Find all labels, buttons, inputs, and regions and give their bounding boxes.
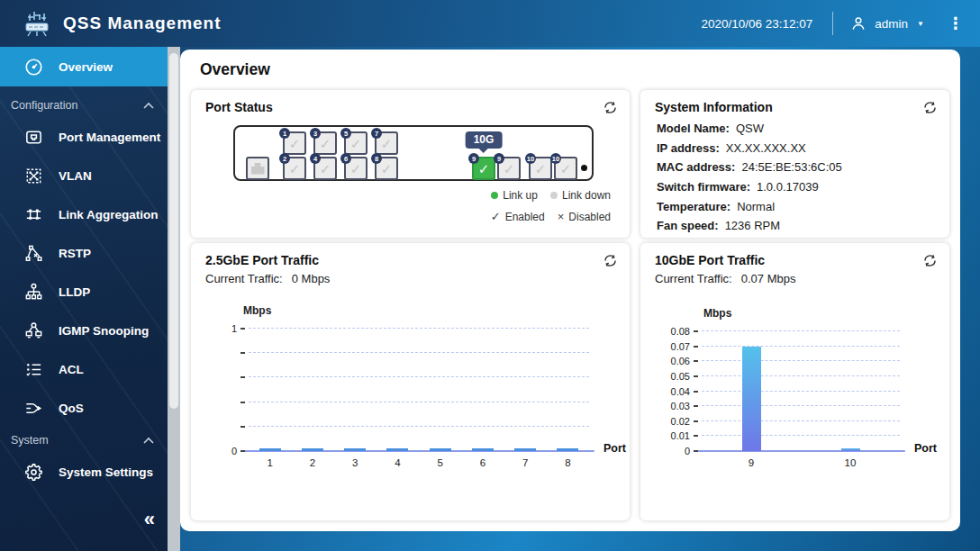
page-title: Overview (180, 50, 960, 90)
refresh-icon[interactable] (922, 100, 938, 115)
system-info-row: Temperature:Normal (657, 196, 842, 216)
user-menu-button[interactable]: admin ▼ (849, 14, 924, 32)
port-1[interactable]: 1✓ (283, 131, 306, 155)
sidebar-item-lldp[interactable]: LLDP (0, 273, 168, 312)
port-2[interactable]: 2✓ (283, 157, 306, 180)
chevron-up-icon (142, 436, 155, 445)
sidebar-item-system-settings[interactable]: System Settings (0, 453, 168, 492)
switch-faceplate: 10G 1✓3✓5✓7✓2✓4✓6✓8✓9✓9✓10✓10✓ (233, 125, 594, 181)
y-tick-mark (240, 376, 245, 378)
x-tick-label: 3 (352, 457, 358, 468)
info-value: 24:5E:BE:53:6C:05 (741, 160, 841, 174)
card-title: 10GbE Port Traffic (655, 253, 765, 267)
port-number-badge: 10 (525, 153, 536, 164)
port-number-badge: 5 (340, 128, 351, 139)
port-number-badge: 9 (494, 153, 504, 164)
port-10[interactable]: 10✓ (554, 157, 577, 180)
sidebar-item-label: VLAN (59, 169, 92, 183)
grid-line (702, 360, 900, 361)
igmp-snooping-icon (23, 321, 44, 341)
current-traffic-value: 0.07 Mbps (741, 272, 796, 285)
traffic-bar-port-7 (514, 448, 536, 451)
port-number-badge: 1 (279, 128, 290, 139)
grid-line (702, 330, 900, 331)
port-4[interactable]: 4✓ (313, 157, 337, 180)
acl-list-icon (23, 359, 44, 380)
collapse-sidebar-icon[interactable]: « (144, 508, 155, 531)
system-info-row: Switch firmware:1.0.0.17039 (657, 177, 842, 197)
sidebar-item-link-aggregation[interactable]: Link Aggregation (0, 195, 168, 234)
x-tick-label: 1 (267, 457, 272, 468)
x-tick-label: 5 (437, 457, 442, 468)
y-tick-mark (694, 360, 698, 362)
grid-line (249, 376, 589, 377)
traffic-card-10gbe: 10GbE Port Traffic Current Traffic:0.07 … (640, 243, 949, 520)
y-tick-mark (694, 346, 698, 348)
ethernet-port-icon (23, 127, 44, 148)
sidebar-item-vlan[interactable]: VLAN (0, 157, 168, 195)
port-number-badge: 10 (550, 153, 561, 164)
y-axis-label: Mbps (243, 304, 271, 317)
port-number-badge: 7 (371, 128, 382, 139)
sidebar-item-rstp[interactable]: RSTP (0, 234, 168, 273)
y-tick-label: 0.06 (656, 356, 690, 366)
y-tick-mark (694, 391, 698, 393)
user-icon (849, 14, 867, 32)
sidebar-item-port-management[interactable]: Port Management (0, 118, 168, 157)
refresh-icon[interactable] (603, 100, 618, 115)
sidebar-item-acl[interactable]: ACL (0, 350, 168, 389)
info-label: Fan speed: (657, 219, 719, 232)
refresh-icon[interactable] (922, 253, 938, 268)
port-speed-tooltip: 10G (466, 131, 503, 149)
info-label: Model Name: (657, 122, 730, 135)
x-tick-label: 7 (522, 457, 528, 468)
sidebar-item-label: ACL (59, 363, 84, 376)
info-label: Switch firmware: (657, 180, 750, 194)
y-tick-mark (240, 402, 245, 403)
port-5[interactable]: 5✓ (344, 131, 368, 155)
legend-enabled: ✓Enabled (491, 210, 545, 223)
port-7[interactable]: 7✓ (375, 131, 398, 155)
y-tick-label: 0.08 (656, 326, 690, 337)
port-3[interactable]: 3✓ (313, 131, 337, 155)
port-6[interactable]: 6✓ (344, 157, 368, 180)
link-up-dot (491, 192, 498, 199)
sidebar-item-qos[interactable]: QoS (0, 389, 168, 428)
port-8[interactable]: 8✓ (375, 157, 398, 180)
port-mgmt[interactable] (246, 157, 269, 180)
y-tick-mark (240, 450, 245, 452)
scrollbar-thumb[interactable] (169, 53, 178, 409)
vlan-icon (23, 166, 44, 186)
info-label: Temperature: (657, 200, 730, 213)
y-tick-label: 0.01 (656, 430, 690, 441)
main-content: Overview Port Status 10G 1✓3✓5✓7✓2✓4✓6✓8… (180, 50, 960, 531)
sidebar-section-system[interactable]: System (0, 428, 168, 453)
port-9[interactable]: 9✓ (472, 157, 495, 180)
port-status-card: Port Status 10G 1✓3✓5✓7✓2✓4✓6✓8✓9✓9✓10✓1… (191, 90, 630, 238)
port-enabled-check-icon: ✓ (289, 137, 301, 150)
x-axis-label: Port (914, 442, 937, 455)
traffic-bar-port-8 (557, 448, 578, 451)
port-10[interactable]: 10✓ (529, 157, 552, 180)
reset-pinhole (581, 165, 587, 171)
sidebar-item-igmp-snooping[interactable]: IGMP Snooping (0, 312, 168, 350)
y-tick-label: 0 (203, 446, 237, 456)
info-value: 1.0.0.17039 (757, 180, 819, 194)
legend-link-up: Link up (491, 189, 538, 202)
user-name: admin (875, 17, 908, 31)
grid-line (702, 435, 900, 436)
sidebar-section-configuration[interactable]: Configuration (0, 93, 168, 118)
refresh-icon[interactable] (603, 253, 618, 268)
traffic-bar-port-1 (259, 448, 281, 451)
card-title: System Information (655, 100, 773, 114)
y-tick-mark (694, 330, 698, 332)
x-axis-label: Port (603, 442, 626, 455)
sidebar-item-overview[interactable]: Overview (0, 47, 168, 86)
overflow-menu-icon[interactable]: ⋮ (948, 15, 964, 32)
traffic-bar-port-6 (472, 448, 494, 451)
gauge-icon (23, 57, 44, 77)
port-9[interactable]: 9✓ (497, 157, 521, 180)
gear-icon (23, 462, 44, 483)
topbar: QSS Management 2020/10/06 23:12:07 admin… (0, 0, 980, 47)
traffic-bar-port-3 (344, 448, 366, 451)
